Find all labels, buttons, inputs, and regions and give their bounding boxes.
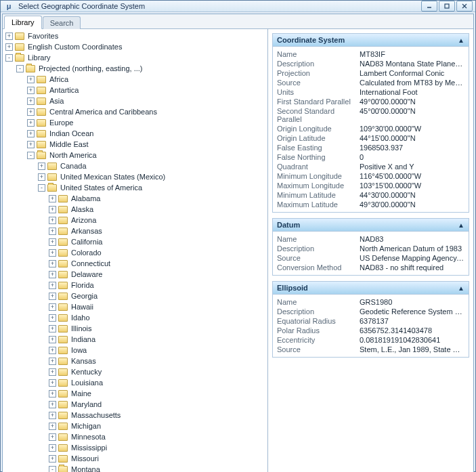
tree-node[interactable]: +Maine — [3, 388, 267, 399]
folder-icon — [37, 74, 47, 84]
expand-icon[interactable]: + — [49, 206, 56, 213]
tree-node[interactable]: +Favorites — [3, 30, 267, 41]
expand-icon[interactable]: + — [49, 347, 56, 354]
expand-icon[interactable]: + — [49, 368, 56, 376]
tree-node[interactable]: +Colorado — [3, 247, 267, 258]
maximize-button[interactable] — [439, 1, 455, 12]
expand-icon[interactable]: + — [49, 336, 56, 343]
expand-icon[interactable]: + — [49, 423, 56, 430]
expand-icon[interactable]: + — [49, 390, 56, 398]
expand-icon[interactable]: + — [38, 173, 45, 181]
tree-node[interactable]: +Connecticut — [3, 258, 267, 269]
tab-library[interactable]: Library — [4, 16, 42, 29]
section-header[interactable]: Datum ▲ — [273, 219, 469, 232]
section-header[interactable]: Coordinate System ▲ — [273, 34, 469, 47]
tree-node[interactable]: +Asia — [3, 95, 267, 106]
collapse-icon[interactable]: - — [38, 184, 45, 192]
tree-node[interactable]: +Iowa — [3, 345, 267, 356]
section-header[interactable]: Ellipsoid ▲ — [273, 282, 469, 295]
tree-node[interactable]: +Indian Ocean — [3, 128, 267, 139]
expand-icon[interactable]: + — [49, 444, 56, 452]
tree-node[interactable]: +Alaska — [3, 204, 267, 215]
tree-node[interactable]: +Central America and Caribbeans — [3, 106, 267, 117]
folder-icon — [58, 378, 69, 387]
tree-node[interactable]: +United Mexican States (Mexico) — [3, 171, 267, 182]
expand-icon[interactable]: + — [27, 76, 35, 83]
tree-node[interactable]: -North America — [3, 150, 267, 160]
expand-icon[interactable]: + — [49, 228, 56, 235]
expand-icon[interactable]: + — [27, 141, 35, 148]
tree-node[interactable]: +Idaho — [3, 312, 267, 323]
tree-node[interactable]: -Projected (northing, easting, ...) — [3, 63, 267, 74]
tree-node[interactable]: +Georgia — [3, 291, 267, 301]
tree-node[interactable]: +Europe — [3, 117, 267, 128]
minimize-button[interactable] — [421, 1, 437, 12]
expand-icon[interactable]: + — [49, 412, 56, 419]
collapse-icon[interactable]: - — [5, 54, 13, 62]
tree-node[interactable]: -United States of America — [3, 182, 267, 193]
expand-icon[interactable]: + — [49, 238, 56, 246]
tree-node[interactable]: -Montana — [3, 464, 267, 472]
tree-node[interactable]: +Massachusetts — [3, 410, 267, 421]
tree-node[interactable]: +Hawaii — [3, 301, 267, 312]
folder-icon — [58, 226, 69, 236]
expand-icon[interactable]: + — [49, 433, 56, 441]
tree-node[interactable]: +Antartica — [3, 85, 267, 95]
tree-node[interactable]: +Minnesota — [3, 431, 267, 442]
tree-node[interactable]: +Michigan — [3, 421, 267, 431]
expand-icon[interactable]: + — [49, 293, 56, 300]
expand-icon[interactable]: + — [27, 130, 35, 137]
tree-node[interactable]: +California — [3, 236, 267, 247]
tree-node[interactable]: +Maryland — [3, 399, 267, 410]
collapse-icon[interactable]: ▲ — [458, 284, 464, 292]
tree-node[interactable]: -Library — [3, 52, 267, 63]
tree-node[interactable]: +Kentucky — [3, 366, 267, 377]
tree-node[interactable]: +Africa — [3, 74, 267, 85]
collapse-icon[interactable]: - — [49, 466, 56, 473]
collapse-icon[interactable]: ▲ — [458, 37, 464, 44]
expand-icon[interactable]: + — [49, 303, 56, 311]
tree-node[interactable]: +Missouri — [3, 453, 267, 464]
expand-icon[interactable]: + — [49, 217, 56, 224]
expand-icon[interactable]: + — [5, 43, 13, 51]
tree-node[interactable]: +Arkansas — [3, 226, 267, 236]
tree-node[interactable]: +Kansas — [3, 356, 267, 366]
expand-icon[interactable]: + — [27, 87, 35, 94]
collapse-icon[interactable]: - — [16, 65, 24, 72]
tree-node[interactable]: +Arizona — [3, 215, 267, 226]
expand-icon[interactable]: + — [49, 249, 56, 257]
expand-icon[interactable]: + — [49, 358, 56, 365]
tree-node[interactable]: +Florida — [3, 280, 267, 291]
tree-node[interactable]: +Indiana — [3, 334, 267, 345]
collapse-icon[interactable]: - — [27, 152, 35, 159]
expand-icon[interactable]: + — [49, 455, 56, 463]
property-row: Maximum Longitude103°15'00.0000"W — [274, 181, 467, 190]
property-key: Conversion Method — [277, 263, 360, 272]
expand-icon[interactable]: + — [5, 33, 13, 40]
collapse-icon[interactable]: ▲ — [458, 221, 464, 229]
expand-icon[interactable]: + — [49, 401, 56, 408]
expand-icon[interactable]: + — [49, 379, 56, 387]
expand-icon[interactable]: + — [49, 314, 56, 322]
expand-icon[interactable]: + — [49, 282, 56, 289]
expand-icon[interactable]: + — [49, 271, 56, 278]
tab-search[interactable]: Search — [43, 16, 81, 29]
tree-node[interactable]: +English Custom Coordinates — [3, 41, 267, 52]
tree-node[interactable]: +Mississippi — [3, 442, 267, 453]
expand-icon[interactable]: + — [27, 98, 35, 105]
tree-node[interactable]: +Canada — [3, 160, 267, 171]
expand-icon[interactable]: + — [49, 325, 56, 332]
tree-node[interactable]: +Illinois — [3, 323, 267, 334]
tree-node[interactable]: +Middle East — [3, 139, 267, 150]
expand-icon[interactable]: + — [38, 163, 45, 170]
tree-node[interactable]: +Louisiana — [3, 377, 267, 388]
expand-icon[interactable]: + — [27, 108, 35, 116]
coordinate-tree[interactable]: +Favorites+English Custom Coordinates-Li… — [3, 29, 267, 472]
expand-icon[interactable]: + — [27, 119, 35, 127]
close-button[interactable] — [456, 1, 473, 12]
folder-icon — [37, 118, 47, 127]
tree-node[interactable]: +Delaware — [3, 269, 267, 280]
expand-icon[interactable]: + — [49, 260, 56, 267]
tree-node[interactable]: +Alabama — [3, 193, 267, 204]
expand-icon[interactable]: + — [49, 195, 56, 202]
